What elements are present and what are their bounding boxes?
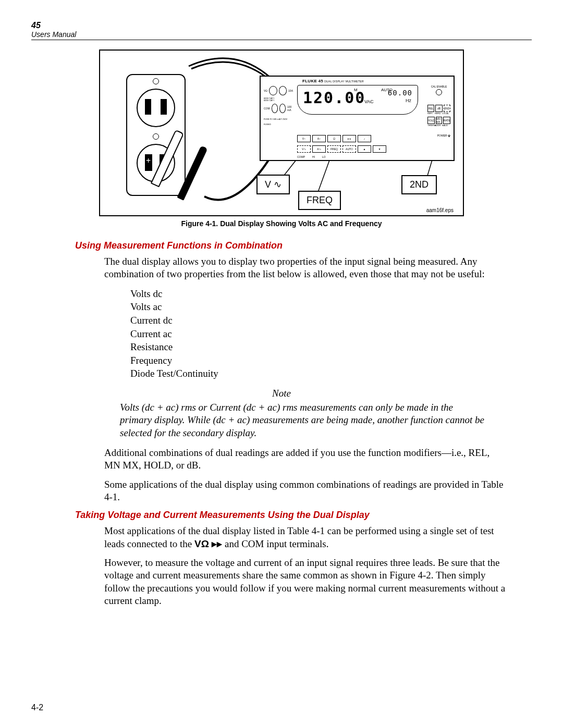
list-item: Resistance <box>130 340 532 354</box>
eps-filename: aam16f.eps <box>426 207 454 213</box>
page-header: 45 Users Manual <box>31 21 532 40</box>
db-button[interactable]: dB <box>435 105 442 112</box>
callout-2nd: 2ND <box>401 175 437 194</box>
button-row-bottom: V∿ A∿ FREQ AUTO ▲ ▼ <box>297 145 386 153</box>
aac-button[interactable]: A∿ <box>312 145 326 153</box>
page-number: 4-2 <box>31 703 43 712</box>
secondary-unit: Hz <box>406 98 411 103</box>
power-label: POWER ⏻ <box>427 134 450 137</box>
meter-brand-label: FLUKE 45 DUAL DISPLAY MULTIMETER <box>302 79 364 83</box>
section2-para1: Most applications of the dual display li… <box>104 525 506 550</box>
button-row-top: V⎓ A⎓ Ω ▸◂ ♪ <box>297 135 371 142</box>
secondary-reading: 60.00 <box>388 89 412 97</box>
list-item: Frequency <box>130 354 532 367</box>
section2-para2: However, to measure the voltage and curr… <box>104 557 506 607</box>
figure-4-1: FLUKE 45 DUAL DISPLAY MULTIMETER M AUTO … <box>99 50 464 216</box>
com-jack <box>272 104 278 113</box>
figure-caption: Figure 4-1. Dual Display Showing Volts A… <box>31 219 532 228</box>
meter-display: M AUTO 120.00 VAC 60.00 Hz <box>297 85 418 115</box>
primary-reading: 120.00 <box>303 89 365 107</box>
input-jacks: VΩ10A 600V CAT I 600V CAT I COM100 mA FU… <box>264 84 293 146</box>
multimeter: FLUKE 45 DUAL DISPLAY MULTIMETER M AUTO … <box>260 76 455 161</box>
vohm-diode-symbol: VΩ ▸▸ <box>194 538 222 549</box>
up-button[interactable]: ▲ <box>358 145 371 153</box>
list-item: Volts ac <box>130 300 532 314</box>
freq-button[interactable]: FREQ <box>327 145 341 153</box>
list-item: Diode Test/Continuity <box>130 367 532 380</box>
section1-para1: The dual display allows you to display t… <box>104 255 506 281</box>
vohm-jack <box>269 86 277 95</box>
10a-jack <box>279 86 287 95</box>
manual-label: Users Manual <box>31 30 532 39</box>
callout-vac: V ∿ <box>256 175 290 194</box>
list-item: Volts dc <box>130 287 532 301</box>
list-item: Current dc <box>130 314 532 327</box>
note-body: Volts (dc + ac) rms or Current (dc + ac)… <box>120 401 485 439</box>
fused-label: FUSED <box>264 124 293 126</box>
hold-button[interactable]: HOLD <box>427 117 435 124</box>
fuse-label: FUSE F1 500 mA F 250V <box>264 118 293 120</box>
section-heading-combinations: Using Measurement Functions in Combinati… <box>75 240 532 251</box>
2nd-button[interactable]: 2ND <box>444 105 450 112</box>
section-heading-dual-vc: Taking Voltage and Current Measurements … <box>75 510 532 521</box>
model-number: 45 <box>31 21 532 30</box>
vac-button[interactable]: V∿ <box>297 145 311 153</box>
mnmx-button[interactable]: MN MX <box>436 117 442 124</box>
down-button[interactable]: ▼ <box>373 145 386 153</box>
auto-button[interactable]: AUTO <box>342 145 356 153</box>
adc-button[interactable]: A⎓ <box>312 135 326 142</box>
cal-enable-label: CAL ENABLE <box>427 85 450 88</box>
ohm-button[interactable]: Ω <box>327 135 341 142</box>
diode-button[interactable]: ▸◂ <box>342 135 356 142</box>
measurement-list: Volts dc Volts ac Current dc Current ac … <box>130 287 532 380</box>
section1-para2: Additional combinations of dual readings… <box>104 447 506 472</box>
list-item: Current ac <box>130 327 532 341</box>
continuity-button[interactable]: ♪ <box>358 135 371 142</box>
callout-freq: FREQ <box>298 191 341 210</box>
rel-button[interactable]: REL <box>427 105 434 112</box>
rate-button[interactable]: RATE <box>443 117 450 124</box>
right-controls: CAL ENABLE REL dB 2ND REF# REFΩ LOCAL HO… <box>427 85 450 153</box>
section1-para3: Some applications of the dual display us… <box>104 478 506 504</box>
100ma-jack <box>279 104 286 113</box>
cal-enable-hole <box>436 89 442 95</box>
note-title: Note <box>31 388 532 399</box>
vdc-button[interactable]: V⎓ <box>297 135 311 142</box>
primary-unit: VAC <box>364 99 374 104</box>
